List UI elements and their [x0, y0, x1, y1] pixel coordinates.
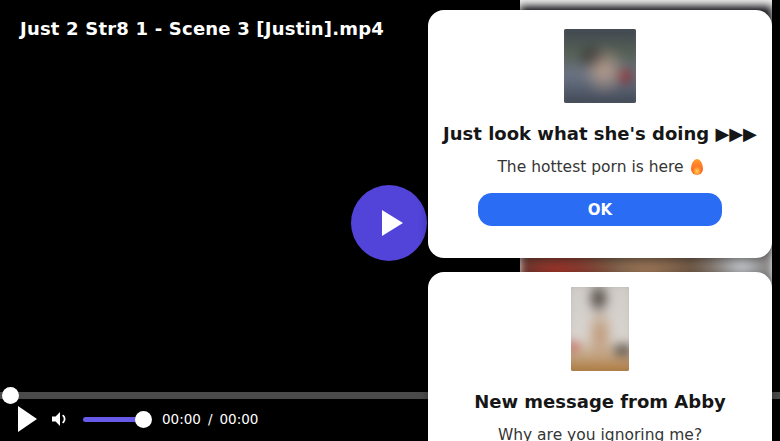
- popup2-subtitle: Why are you ignoring me?: [428, 426, 772, 441]
- video-title: Just 2 Str8 1 - Scene 3 [Justin].mp4: [20, 18, 384, 39]
- popup1-thumbnail-blur: [564, 29, 636, 103]
- play-icon: [382, 210, 403, 236]
- popup1-thumbnail-image[interactable]: [564, 29, 636, 103]
- progress-thumb[interactable]: [2, 387, 19, 404]
- current-time: 00:00: [162, 411, 201, 427]
- popup1-ok-button[interactable]: OK: [478, 193, 722, 226]
- popup2-thumbnail-image[interactable]: [571, 287, 629, 371]
- play-button[interactable]: [18, 406, 37, 432]
- big-play-button[interactable]: [351, 185, 427, 261]
- volume-slider[interactable]: [83, 417, 144, 422]
- popup1-subtitle: The hottest porn is here: [428, 158, 772, 176]
- popup2-subtitle-text: Why are you ignoring me?: [498, 426, 702, 441]
- time-display: 00:00 / 00:00: [162, 411, 258, 427]
- fire-icon: [691, 159, 703, 175]
- volume-thumb[interactable]: [135, 411, 152, 428]
- duration: 00:00: [219, 411, 258, 427]
- popup-ad-2[interactable]: New message from Abby Why are you ignori…: [428, 272, 772, 441]
- popup-ad-1[interactable]: Just look what she's doing ▶▶▶ The hotte…: [428, 10, 772, 258]
- time-separator: /: [208, 411, 213, 427]
- popup2-thumbnail-blur: [571, 287, 629, 371]
- popup2-title: New message from Abby: [442, 391, 758, 413]
- popup1-title: Just look what she's doing ▶▶▶: [442, 123, 758, 145]
- volume-icon[interactable]: [48, 407, 72, 431]
- popup1-subtitle-text: The hottest porn is here: [497, 158, 683, 176]
